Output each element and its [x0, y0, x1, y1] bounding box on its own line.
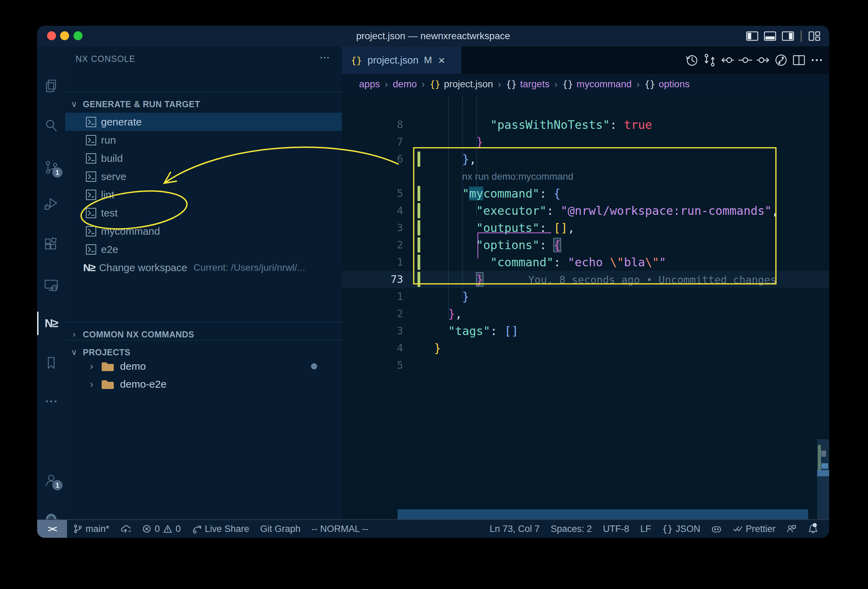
- history-icon[interactable]: [684, 53, 699, 68]
- toggle-sidebar-left-icon[interactable]: [745, 29, 759, 43]
- status-git-graph[interactable]: Git Graph: [255, 520, 306, 538]
- status-notifications[interactable]: [802, 520, 824, 538]
- current-workspace-path: Current: /Users/juri/nrwl/...: [193, 262, 305, 273]
- section-header-projects[interactable]: ∨PROJECTS: [65, 346, 342, 359]
- status-problems[interactable]: 00: [136, 520, 186, 538]
- compare-changes-icon[interactable]: [702, 53, 717, 68]
- activity-item-nx-console[interactable]: N≥: [37, 307, 65, 340]
- section-header-common-nx-commands[interactable]: ›COMMON NX COMMANDS: [65, 328, 342, 341]
- target-label: e2e: [101, 244, 118, 255]
- tab-project-json[interactable]: {} project.json M ×: [342, 46, 462, 74]
- breadcrumb-item-project.json[interactable]: {}project.json: [430, 79, 493, 90]
- status-remote-indicator[interactable]: ><: [37, 520, 67, 538]
- activity-item-accounts[interactable]: 1: [37, 464, 65, 497]
- code-line[interactable]: 1 "command": "echo \"bla\"": [342, 254, 829, 271]
- sidebar-item-lint[interactable]: lint: [65, 186, 342, 204]
- target-label: test: [101, 207, 118, 219]
- activity-item-explorer[interactable]: [37, 69, 65, 102]
- previous-change-icon[interactable]: [720, 53, 735, 68]
- status-bar: ><main*00Live ShareGit Graph-- NORMAL --…: [37, 519, 829, 538]
- code-area[interactable]: 8 "passWithNoTests": true7 }6 },nx run d…: [342, 96, 829, 520]
- code-line[interactable]: 2 },: [342, 305, 829, 322]
- codelens-row[interactable]: nx run demo:mycommand: [342, 168, 829, 185]
- horizontal-scrollbar[interactable]: [397, 509, 808, 520]
- code-line[interactable]: 6 },: [342, 151, 829, 168]
- sidebar-item-build[interactable]: build: [65, 149, 342, 167]
- status-formatter[interactable]: Prettier: [727, 520, 781, 538]
- status-publish[interactable]: [115, 520, 136, 538]
- activity-item-run-debug[interactable]: [37, 187, 65, 220]
- tab-label: project.json: [368, 55, 419, 66]
- run-debug-icon: [43, 196, 59, 211]
- line-number: 5: [342, 357, 403, 374]
- sidebar-more-actions[interactable]: ⋯: [320, 51, 331, 63]
- tab-close-icon[interactable]: ×: [438, 54, 445, 67]
- sidebar-item-change-workspace[interactable]: N≥Change workspaceCurrent: /Users/juri/n…: [65, 258, 342, 277]
- section-header-generate-run-target[interactable]: ∨GENERATE & RUN TARGET: [65, 98, 342, 110]
- breadcrumb-item-mycommand[interactable]: {}mycommand: [562, 79, 632, 90]
- code-line[interactable]: 7 }: [342, 133, 829, 151]
- code-line[interactable]: 2 "options": {: [342, 236, 829, 254]
- project-row-demo-e2e[interactable]: ›demo-e2e: [65, 375, 342, 393]
- activity-item-extensions[interactable]: [37, 228, 65, 261]
- sidebar-item-mycommand[interactable]: mycommand: [65, 222, 342, 240]
- breadcrumb-item-targets[interactable]: {}targets: [506, 79, 549, 90]
- code-line[interactable]: 5: [342, 357, 829, 374]
- toggle-panel-icon[interactable]: [763, 29, 777, 43]
- breadcrumb-item-demo[interactable]: demo: [393, 79, 417, 90]
- label: Ln 73, Col 7: [490, 524, 540, 534]
- braces-icon: {}: [506, 79, 517, 89]
- open-revision-icon[interactable]: [774, 53, 788, 68]
- code-line[interactable]: 4}: [342, 340, 829, 357]
- sidebar-item-serve[interactable]: serve: [65, 167, 342, 186]
- breadcrumb-item-apps[interactable]: apps: [359, 79, 380, 90]
- code-line[interactable]: 3 "outputs": [],: [342, 219, 829, 236]
- split-editor-icon[interactable]: [791, 53, 806, 68]
- activity-item-more-views[interactable]: [37, 385, 65, 418]
- line-number: 4: [342, 202, 403, 219]
- sidebar-item-run[interactable]: run: [65, 131, 342, 149]
- status-cursor-position[interactable]: Ln 73, Col 7: [484, 520, 545, 538]
- target-label: generate: [101, 116, 142, 128]
- toggle-sidebar-right-icon[interactable]: [781, 29, 795, 43]
- breadcrumb-separator: ›: [636, 79, 639, 90]
- activity-item-source-control[interactable]: 1: [37, 151, 65, 184]
- status-feedback[interactable]: [781, 520, 802, 538]
- code-line[interactable]: 8 "passWithNoTests": true: [342, 116, 829, 133]
- code-line[interactable]: 5 "mycommand": {: [342, 185, 829, 202]
- code-line[interactable]: 1 }: [342, 288, 829, 305]
- change-icon[interactable]: [738, 53, 753, 68]
- sidebar-item-e2e[interactable]: e2e: [65, 240, 342, 258]
- breadcrumb-label: options: [659, 79, 690, 90]
- status-copilot[interactable]: [706, 520, 727, 538]
- more-actions-icon[interactable]: [809, 53, 824, 68]
- code-line[interactable]: 4 "executor": "@nrwl/workspace:run-comma…: [342, 202, 829, 219]
- status-indentation[interactable]: Spaces: 2: [545, 520, 598, 538]
- status-live-share[interactable]: Live Share: [186, 520, 255, 538]
- status-branch[interactable]: main*: [67, 520, 115, 538]
- codelens-run-command[interactable]: nx run demo:mycommand: [462, 168, 574, 185]
- activity-item-search[interactable]: [37, 109, 65, 142]
- code-line[interactable]: 73 }You, 8 seconds ago • Uncommitted cha…: [342, 271, 829, 288]
- code-text: }You, 8 seconds ago • Uncommitted change…: [434, 271, 776, 288]
- code-text: }: [434, 133, 483, 151]
- status-encoding[interactable]: UTF-8: [598, 520, 635, 538]
- code-text: "tags": []: [434, 322, 518, 340]
- activity-item-remote-explorer[interactable]: [37, 269, 65, 301]
- customize-layout-icon[interactable]: [807, 29, 822, 43]
- next-change-icon[interactable]: [756, 53, 771, 68]
- breadcrumb-item-options[interactable]: {}options: [644, 79, 690, 90]
- status-vim-mode[interactable]: -- NORMAL --: [306, 520, 373, 538]
- code-text: "mycommand": {: [434, 185, 561, 202]
- sidebar-item-test[interactable]: test: [65, 204, 342, 222]
- code-line[interactable]: 3 "tags": []: [342, 322, 829, 340]
- sidebar-item-generate[interactable]: generate: [65, 113, 342, 131]
- chevron-icon: ›: [70, 329, 79, 339]
- status-language-mode[interactable]: {}JSON: [657, 520, 706, 538]
- project-row-demo[interactable]: ›demo: [65, 357, 342, 375]
- activity-item-bookmarks[interactable]: [37, 346, 65, 379]
- status-eol[interactable]: LF: [635, 520, 657, 538]
- folder-icon: [101, 378, 114, 390]
- feedback-icon: [787, 524, 797, 534]
- braces-icon: {}: [644, 79, 655, 89]
